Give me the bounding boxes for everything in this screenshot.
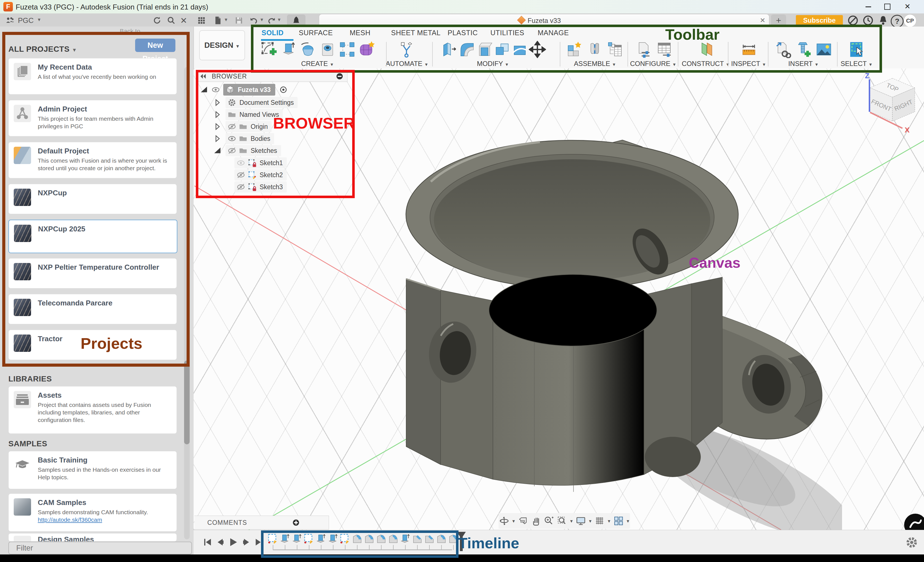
undo-chevron-icon[interactable]: ▼ [260,17,264,22]
timeline-feature-fillet[interactable] [388,533,399,544]
ideas-icon[interactable] [847,15,859,26]
fit-chevron-icon[interactable]: ▼ [569,519,573,523]
project-card-my-recent-data[interactable]: My Recent Data A list of what you've rec… [8,58,177,94]
collapse-panel-icon[interactable] [198,72,208,81]
tab-surface[interactable]: SURFACE [299,29,333,37]
extrude-icon[interactable] [280,41,297,58]
tree-row-named-views[interactable]: Named Views [213,109,283,120]
node-chip[interactable]: Sketch3 [234,181,287,193]
pan-icon[interactable] [530,515,542,527]
insert-derive-icon[interactable] [775,41,792,58]
joint-icon[interactable] [586,41,603,58]
filter-input[interactable] [8,542,192,555]
tab-mesh[interactable]: MESH [350,29,370,37]
timeline-feature-fillet[interactable] [364,533,375,544]
tab-plastic[interactable]: PLASTIC [448,29,478,37]
cam-samples-link[interactable]: http://autode.sk/f360cam [38,516,102,523]
help-icon[interactable]: ? [891,15,904,28]
timeline-feature-fillet[interactable] [376,533,387,544]
sample-card-basic-training[interactable]: Basic Training Samples used in the Hands… [8,451,177,489]
look-at-icon[interactable] [517,515,528,527]
timeline-go-to-end-button[interactable] [254,537,265,548]
tree-row-bodies[interactable]: Bodies [213,133,274,145]
job-status-icon[interactable] [862,15,874,26]
create-sketch-icon[interactable] [260,41,278,58]
timeline-settings-gear-icon[interactable] [905,536,918,549]
timeline-feature-sketch[interactable] [303,533,315,544]
minimize-panel-icon[interactable] [335,72,344,81]
sample-card-design-samples[interactable]: Design Samples [8,533,177,541]
automate-icon[interactable] [398,41,415,58]
configuration-table-icon[interactable] [656,41,674,58]
move-icon[interactable] [529,41,546,58]
revolve-icon[interactable] [299,41,316,58]
panel-scrollbar-track[interactable] [184,67,190,540]
configuration-icon[interactable] [636,41,653,58]
notifications-bell-icon[interactable] [877,15,889,26]
group-assemble[interactable]: ASSEMBLE ▼ [574,60,616,68]
sample-card-cam-samples[interactable]: CAM Samples Samples demonstrating CAM fu… [8,493,177,532]
timeline-play-button[interactable] [228,537,239,548]
node-chip[interactable]: Named Views [225,109,283,120]
group-inspect[interactable]: INSPECT ▼ [731,60,766,68]
timeline-feature-fillet[interactable] [352,533,363,544]
tab-manage[interactable]: MANAGE [538,29,569,37]
group-configure[interactable]: CONFIGURE ▼ [630,60,676,68]
tree-row-sketch1[interactable]: Sketch1 [234,157,287,169]
team-chevron-down-icon[interactable]: ▼ [37,17,41,22]
group-modify[interactable]: MODIFY ▼ [477,60,509,68]
tree-root-row[interactable]: Fuzeta v33 [199,84,288,96]
node-chip[interactable]: Document Settings [225,97,298,108]
node-chip[interactable]: Sketches [225,145,281,156]
display-settings-icon[interactable] [575,515,586,527]
new-document-icon[interactable] [212,16,223,25]
team-name[interactable]: PGC [18,16,34,25]
collapsed-arrow-icon[interactable] [213,122,222,132]
new-document-chevron-icon[interactable]: ▼ [224,17,228,22]
eye-slash-icon[interactable] [227,146,237,155]
document-tab[interactable]: Fuzeta v33 ✕ [319,14,769,27]
new-tab-button[interactable]: + [771,15,786,27]
comments-bar[interactable]: COMMENTS [194,516,329,529]
project-card-telecomanda[interactable]: Telecomanda Parcare [8,294,177,324]
insert-canvas-icon[interactable] [815,41,832,58]
timeline-feature-fillet[interactable] [436,533,447,544]
construct-plane-icon[interactable] [697,41,714,58]
timeline-feature-sketch[interactable] [267,533,279,544]
new-project-button[interactable]: New Project [135,39,176,52]
collapsed-arrow-icon[interactable] [213,134,222,143]
extensions-button[interactable] [287,15,306,26]
visibility-eye-icon[interactable] [211,85,220,94]
split-body-icon[interactable] [511,41,528,58]
collapsed-arrow-icon[interactable] [213,110,222,119]
subscribe-button[interactable]: Subscribe Now [796,15,843,26]
eye-slash-icon[interactable] [227,122,237,132]
timeline-feature-extrude[interactable] [328,533,339,544]
expanded-arrow-icon[interactable] [199,85,209,94]
fillet-icon[interactable] [458,41,476,58]
project-card-default-project[interactable]: Default Project This comes with Fusion a… [8,142,177,178]
close-tab-icon[interactable]: ✕ [760,16,765,24]
viewports-chevron-icon[interactable]: ▼ [626,519,630,523]
tab-solid[interactable]: SOLID [261,29,284,37]
timeline-marker[interactable] [456,532,466,552]
refresh-icon[interactable] [152,16,163,25]
timeline-feature-sketch[interactable] [340,533,351,544]
group-create[interactable]: CREATE ▼ [301,60,334,68]
grid-chevron-icon[interactable]: ▼ [607,519,611,523]
viewports-icon[interactable] [613,515,624,527]
project-card-nxp-peltier[interactable]: NXP Peltier Temperature Controller [8,258,177,288]
timeline-feature-chamfer[interactable] [424,533,435,544]
minimize-button[interactable] [862,2,874,10]
add-comment-icon[interactable] [291,518,301,528]
redo-chevron-icon[interactable]: ▼ [277,17,281,22]
close-window-button[interactable]: ✕ [902,2,914,10]
tab-sheet-metal[interactable]: SHEET METAL [391,29,441,37]
display-chevron-icon[interactable]: ▼ [588,519,592,523]
orbit-chevron-icon[interactable]: ▼ [512,519,516,523]
group-automate[interactable]: AUTOMATE ▼ [386,60,429,68]
back-link[interactable]: Back to [120,28,140,35]
expanded-arrow-icon[interactable] [213,146,222,155]
browser-panel-header[interactable]: BROWSER [196,71,348,82]
node-chip[interactable]: Sketch1 [234,157,287,169]
